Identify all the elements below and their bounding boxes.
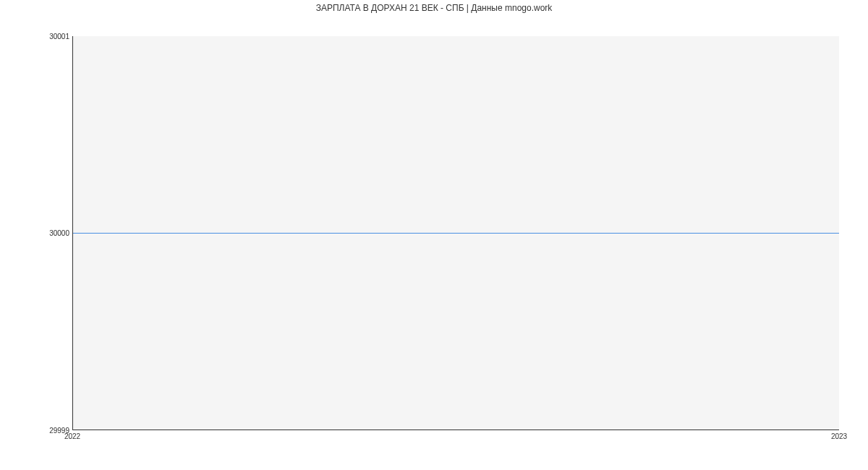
y-tick-label: 30001 — [4, 33, 69, 40]
x-tick-label: 2023 — [831, 432, 847, 440]
y-tick-label: 30000 — [4, 229, 69, 237]
plot-area — [72, 36, 839, 430]
chart-title: ЗАРПЛАТА В ДОРХАН 21 ВЕК - СПБ | Данные … — [0, 3, 868, 13]
x-tick-label: 2022 — [64, 432, 80, 440]
y-tick-label: 29999 — [4, 427, 69, 435]
chart-container: ЗАРПЛАТА В ДОРХАН 21 ВЕК - СПБ | Данные … — [0, 0, 868, 470]
data-line — [73, 233, 839, 234]
